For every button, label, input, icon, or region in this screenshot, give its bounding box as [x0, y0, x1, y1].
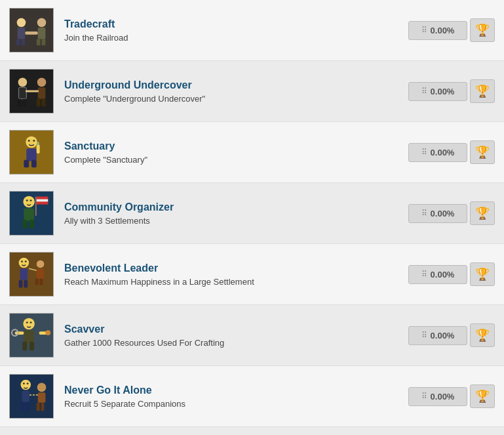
- svg-point-34: [30, 199, 32, 201]
- achievement-info: Underground Undercover Complete "Undergr…: [64, 79, 398, 104]
- achievement-info: Community Organizer Ally with 3 Settleme…: [64, 201, 398, 226]
- achievement-stats: ⠿ 0.00% 🏆: [408, 18, 495, 42]
- svg-rect-6: [38, 28, 46, 39]
- trophy-box: 🏆: [470, 384, 495, 408]
- percent-value: 0.00%: [431, 26, 455, 35]
- svg-rect-61: [22, 342, 27, 351]
- svg-rect-60: [24, 330, 34, 342]
- achievement-row: Community Organizer Ally with 3 Settleme…: [0, 183, 504, 244]
- svg-rect-16: [38, 87, 46, 98]
- svg-point-33: [26, 199, 28, 201]
- svg-rect-3: [16, 39, 20, 46]
- achievement-list: Tradecraft Join the Railroad ⠿ 0.00% 🏆: [0, 0, 504, 435]
- svg-rect-67: [10, 375, 53, 418]
- svg-rect-63: [15, 331, 24, 335]
- achievement-description: Join the Railroad: [64, 33, 398, 43]
- svg-point-66: [45, 330, 50, 335]
- svg-rect-71: [22, 390, 29, 402]
- achievement-icon: [9, 191, 54, 236]
- svg-point-23: [28, 140, 30, 142]
- svg-rect-43: [10, 253, 53, 296]
- svg-rect-8: [42, 39, 46, 46]
- svg-point-5: [37, 18, 47, 28]
- svg-rect-17: [37, 99, 41, 107]
- achievement-info: Benevolent Leader Reach Maximum Happines…: [64, 262, 398, 287]
- percent-value: 0.00%: [431, 331, 455, 341]
- achievement-description: Gather 1000 Resources Used For Crafting: [64, 338, 398, 348]
- svg-rect-2: [18, 28, 26, 39]
- achievement-title: Underground Undercover: [64, 79, 398, 91]
- achievement-title: Tradecraft: [64, 18, 398, 30]
- achievement-info: Tradecraft Join the Railroad: [64, 18, 398, 43]
- trophy-icon: 🏆: [475, 145, 490, 159]
- svg-rect-25: [26, 148, 37, 161]
- svg-rect-62: [29, 342, 34, 351]
- svg-rect-14: [22, 99, 26, 107]
- achievement-title: Scavver: [64, 323, 398, 335]
- grid-icon: ⠿: [421, 209, 427, 218]
- percent-box: ⠿ 0.00%: [408, 387, 467, 406]
- trophy-box: 🏆: [470, 201, 495, 225]
- percent-value: 0.00%: [431, 270, 455, 280]
- percent-value: 0.00%: [431, 392, 455, 402]
- svg-rect-12: [19, 87, 27, 98]
- svg-point-69: [23, 383, 25, 384]
- trophy-icon: 🏆: [475, 389, 490, 404]
- svg-rect-37: [29, 220, 34, 229]
- svg-rect-53: [35, 279, 39, 285]
- svg-rect-77: [41, 403, 45, 411]
- achievement-stats: ⠿ 0.00% 🏆: [408, 201, 495, 225]
- achievement-row: Lovable Reach Maximum Relationship Level…: [0, 427, 504, 435]
- svg-rect-13: [18, 99, 22, 107]
- svg-rect-75: [38, 392, 46, 403]
- grid-icon: ⠿: [421, 270, 427, 279]
- trophy-box: 🏆: [470, 18, 495, 42]
- percent-value: 0.00%: [431, 87, 455, 96]
- achievement-icon: [9, 8, 54, 52]
- svg-point-24: [33, 140, 35, 142]
- achievement-description: Complete "Underground Undercover": [64, 94, 398, 104]
- achievement-title: Community Organizer: [64, 201, 398, 213]
- percent-value: 0.00%: [431, 148, 455, 157]
- achievement-description: Complete "Sanctuary": [64, 155, 398, 165]
- achievement-icon: [9, 69, 54, 114]
- achievement-stats: ⠿ 0.00% 🏆: [408, 384, 495, 408]
- svg-point-46: [21, 260, 23, 262]
- achievement-description: Ally with 3 Settlements: [64, 216, 398, 226]
- svg-rect-4: [21, 39, 25, 46]
- achievement-stats: ⠿ 0.00% 🏆: [408, 79, 495, 103]
- svg-rect-28: [37, 144, 40, 154]
- achievement-stats: ⠿ 0.00% 🏆: [408, 262, 495, 286]
- svg-rect-35: [24, 208, 34, 220]
- percent-box: ⠿ 0.00%: [408, 204, 467, 223]
- percent-box: ⠿ 0.00%: [408, 82, 467, 101]
- svg-rect-76: [37, 403, 40, 411]
- svg-point-59: [30, 321, 32, 323]
- achievement-stats: ⠿ 0.00% 🏆: [408, 323, 495, 347]
- svg-point-15: [37, 78, 47, 87]
- svg-rect-9: [25, 31, 37, 35]
- svg-rect-18: [42, 99, 46, 107]
- svg-point-11: [18, 78, 28, 87]
- svg-rect-29: [37, 142, 39, 146]
- trophy-icon: 🏆: [475, 206, 490, 220]
- achievement-icon: [9, 252, 54, 297]
- svg-rect-7: [37, 39, 41, 46]
- achievement-title: Benevolent Leader: [64, 262, 398, 274]
- svg-point-58: [26, 321, 28, 323]
- svg-rect-42: [37, 202, 48, 205]
- achievement-row: Scavver Gather 1000 Resources Used For C…: [0, 305, 504, 366]
- trophy-icon: 🏆: [475, 23, 490, 37]
- trophy-box: 🏆: [470, 140, 495, 164]
- svg-rect-36: [22, 220, 27, 229]
- svg-point-57: [23, 318, 34, 329]
- svg-point-51: [37, 260, 45, 268]
- achievement-info: Sanctuary Complete "Sanctuary": [64, 140, 398, 165]
- achievement-description: Reach Maximum Happiness in a Large Settl…: [64, 277, 398, 287]
- svg-rect-40: [37, 197, 48, 199]
- trophy-box: 🏆: [470, 79, 495, 103]
- svg-rect-27: [31, 160, 37, 168]
- svg-rect-41: [37, 199, 48, 202]
- svg-rect-52: [37, 268, 45, 279]
- grid-icon: ⠿: [421, 331, 427, 340]
